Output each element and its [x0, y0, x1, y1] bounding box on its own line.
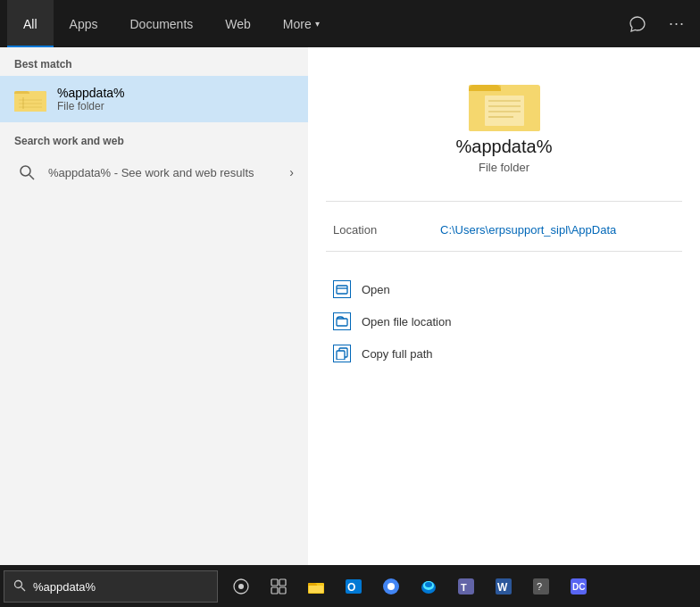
chevron-down-icon: ▾	[315, 19, 320, 29]
unknown-app-icon: ?	[532, 578, 550, 595]
svg-rect-17	[337, 286, 347, 294]
left-panel: Best match %appdata% File folde	[0, 47, 308, 565]
folder-svg-small	[14, 86, 46, 112]
svg-text:DC: DC	[572, 582, 585, 592]
open-location-svg-icon	[336, 315, 348, 328]
svg-rect-20	[337, 351, 345, 360]
search-icon	[14, 160, 39, 185]
action-open-label: Open	[362, 283, 390, 296]
search-svg-icon	[19, 164, 35, 180]
feedback-icon	[629, 16, 646, 32]
task-view-icon	[233, 578, 249, 595]
outlook-icon: O	[345, 578, 362, 595]
search-work-label: Search work and web	[0, 122, 308, 153]
discord-button[interactable]: DC	[561, 569, 596, 604]
svg-rect-25	[271, 579, 278, 586]
svg-rect-11	[485, 96, 524, 126]
tab-apps[interactable]: Apps	[54, 0, 114, 47]
web-search-query: %appdata%	[48, 166, 111, 179]
chrome-icon	[382, 578, 400, 595]
result-subtitle: File folder	[57, 100, 125, 112]
svg-text:T: T	[461, 582, 467, 593]
app-name-large: %appdata%	[456, 137, 553, 157]
svg-rect-18	[337, 319, 347, 326]
location-value[interactable]: C:\Users\erpsupport_sipl\AppData	[440, 223, 616, 237]
best-match-label: Best match	[0, 47, 308, 76]
action-list: Open Open file location	[326, 273, 682, 370]
web-search-item[interactable]: %appdata% - See work and web results ›	[0, 153, 308, 192]
tab-all-label: All	[23, 17, 38, 31]
svg-text:W: W	[497, 581, 508, 594]
taskbar-search-icon	[13, 579, 26, 595]
taskbar-search-svg	[13, 579, 26, 592]
tab-more[interactable]: More ▾	[267, 0, 336, 47]
svg-point-24	[238, 584, 244, 589]
tab-apps-label: Apps	[70, 17, 98, 31]
file-explorer-button[interactable]	[298, 569, 334, 604]
top-navigation: All Apps Documents Web More ▾ ···	[0, 0, 700, 47]
tab-more-label: More	[283, 17, 312, 31]
file-explorer-icon	[307, 578, 325, 595]
svg-rect-16	[469, 85, 501, 91]
svg-rect-30	[309, 586, 323, 593]
copy-svg-icon	[336, 347, 348, 360]
ellipsis-icon: ···	[669, 14, 685, 33]
svg-text:O: O	[347, 581, 355, 594]
app-icon-large	[469, 74, 540, 137]
word-button[interactable]: W	[486, 569, 521, 604]
action-copy-full-path[interactable]: Copy full path	[326, 337, 682, 370]
action-open-file-location-label: Open file location	[362, 315, 451, 328]
app-button-unknown[interactable]: ?	[523, 569, 559, 604]
taskbar-search-text: %appdata%	[33, 580, 208, 594]
action-copy-full-path-label: Copy full path	[362, 347, 433, 361]
tab-documents-label: Documents	[129, 17, 193, 31]
main-area: Best match %appdata% File folde	[0, 47, 700, 565]
folder-svg-large	[469, 74, 540, 133]
task-view-button[interactable]	[223, 569, 259, 604]
teams-button[interactable]: T	[448, 569, 484, 604]
folder-icon-small	[14, 83, 46, 115]
action-open[interactable]: Open	[326, 273, 682, 305]
discord-icon: DC	[570, 578, 588, 595]
taskbar-search-box[interactable]: %appdata%	[4, 570, 218, 603]
tab-all[interactable]: All	[7, 0, 54, 47]
divider	[326, 201, 682, 202]
svg-point-34	[388, 583, 395, 590]
taskbar: %appdata% O	[0, 565, 700, 607]
outlook-button[interactable]: O	[336, 569, 371, 604]
right-panel: %appdata% File folder Location C:\Users\…	[308, 47, 700, 565]
svg-text:?: ?	[537, 581, 542, 592]
web-search-suffix: - See work and web results	[111, 166, 254, 179]
open-icon	[333, 280, 351, 298]
chrome-button[interactable]	[373, 569, 409, 604]
more-options-button[interactable]: ···	[661, 8, 693, 40]
result-item-appdata[interactable]: %appdata% File folder	[0, 76, 308, 122]
chevron-right-icon: ›	[289, 165, 294, 179]
word-icon: W	[495, 578, 512, 595]
svg-line-22	[21, 587, 25, 591]
tab-web-label: Web	[225, 17, 251, 31]
divider-2	[326, 251, 682, 252]
svg-rect-26	[279, 579, 286, 586]
svg-rect-28	[279, 587, 286, 594]
edge-button[interactable]	[411, 569, 446, 604]
location-label: Location	[333, 223, 422, 237]
nav-right-icons: ···	[621, 8, 693, 40]
teams-icon: T	[457, 578, 475, 595]
tab-documents[interactable]: Documents	[113, 0, 209, 47]
result-text: %appdata% File folder	[57, 86, 125, 112]
feedback-icon-button[interactable]	[621, 8, 654, 40]
copy-icon	[333, 345, 351, 362]
svg-point-37	[425, 582, 432, 587]
svg-rect-2	[14, 94, 46, 112]
open-svg-icon	[336, 283, 348, 295]
result-title: %appdata%	[57, 86, 125, 100]
svg-line-8	[29, 175, 34, 179]
multitasking-button[interactable]	[261, 569, 296, 604]
action-open-file-location[interactable]: Open file location	[326, 305, 682, 337]
svg-point-7	[21, 166, 30, 176]
web-search-text: %appdata% - See work and web results	[48, 166, 289, 179]
open-file-location-icon	[333, 312, 351, 330]
tab-web[interactable]: Web	[209, 0, 267, 47]
svg-point-21	[15, 580, 22, 587]
